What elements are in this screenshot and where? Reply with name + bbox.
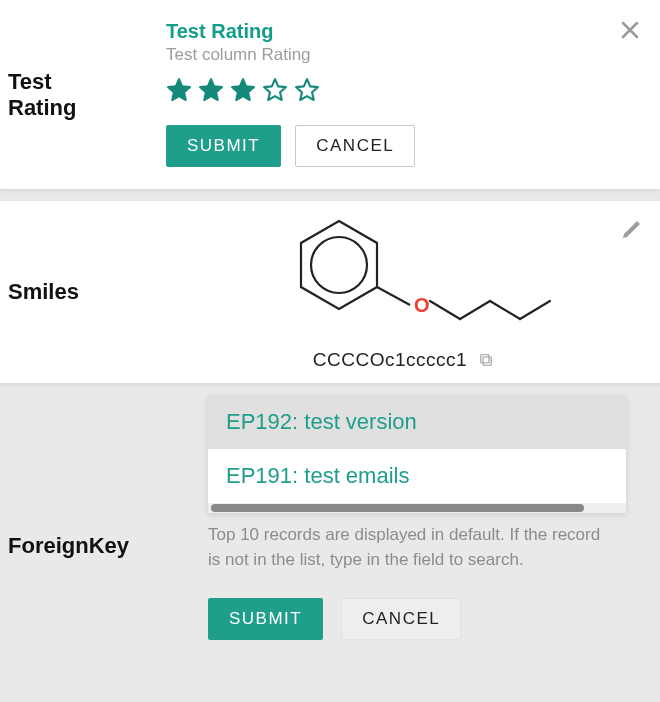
foreignkey-body: EP192: test versionEP191: test emails To… <box>130 395 660 664</box>
rating-star-4[interactable] <box>262 77 288 103</box>
foreignkey-option[interactable]: EP192: test version <box>208 395 626 449</box>
rating-row: Test Rating Test Rating Test column Rati… <box>0 0 660 189</box>
smiles-string: CCCCOc1ccccc1 <box>313 349 467 371</box>
rating-star-1[interactable] <box>166 77 192 103</box>
rating-button-row: SUBMIT CANCEL <box>166 125 642 167</box>
svg-marker-0 <box>301 221 377 309</box>
svg-line-4 <box>430 301 460 319</box>
pencil-icon[interactable] <box>620 217 644 241</box>
rating-star-3[interactable] <box>230 77 256 103</box>
foreignkey-cancel-button[interactable]: CANCEL <box>341 598 461 640</box>
foreignkey-options-list: EP192: test versionEP191: test emails <box>208 395 626 513</box>
molecule-display: O CCCCOc1ccccc1 <box>166 211 642 371</box>
rating-submit-button[interactable]: SUBMIT <box>166 125 281 167</box>
rating-star-5[interactable] <box>294 77 320 103</box>
molecule-svg: O <box>254 211 554 341</box>
copy-icon[interactable] <box>477 351 495 369</box>
smiles-row-label: Smiles <box>0 201 130 383</box>
rating-cancel-button[interactable]: CANCEL <box>295 125 415 167</box>
svg-point-1 <box>311 237 367 293</box>
rating-subtitle: Test column Rating <box>166 45 642 65</box>
rating-title: Test Rating <box>166 20 642 43</box>
foreignkey-scrollbar[interactable] <box>208 503 626 513</box>
foreignkey-option[interactable]: EP191: test emails <box>208 449 626 503</box>
svg-text:O: O <box>414 294 430 316</box>
rating-star-2[interactable] <box>198 77 224 103</box>
close-icon[interactable] <box>618 18 642 42</box>
svg-line-7 <box>520 301 550 319</box>
foreignkey-row-label: ForeignKey <box>0 395 130 559</box>
smiles-row: Smiles O <box>0 201 660 383</box>
rating-stars <box>166 77 642 103</box>
svg-line-6 <box>490 301 520 319</box>
foreignkey-submit-button[interactable]: SUBMIT <box>208 598 323 640</box>
svg-line-2 <box>377 287 410 305</box>
smiles-row-body: O CCCCOc1ccccc1 <box>130 201 660 383</box>
foreignkey-hint: Top 10 records are displayed in default.… <box>208 523 612 572</box>
smiles-string-row: CCCCOc1ccccc1 <box>313 349 495 371</box>
rating-row-label: Test Rating <box>0 0 130 189</box>
foreignkey-row: ForeignKey EP192: test versionEP191: tes… <box>0 395 660 664</box>
foreignkey-button-row: SUBMIT CANCEL <box>208 598 632 640</box>
svg-rect-9 <box>481 355 489 363</box>
svg-line-5 <box>460 301 490 319</box>
rating-row-body: Test Rating Test column Rating SUBMIT CA… <box>130 0 660 189</box>
svg-rect-8 <box>483 357 491 365</box>
